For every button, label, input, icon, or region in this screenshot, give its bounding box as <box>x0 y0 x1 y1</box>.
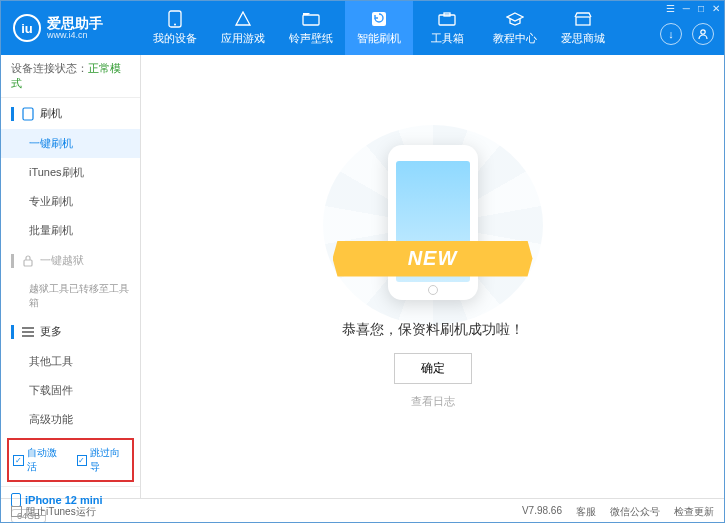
home-button-icon <box>428 285 438 295</box>
body: 设备连接状态：正常模式 刷机 一键刷机 iTunes刷机 专业刷机 批量刷机 一… <box>1 55 724 498</box>
version-label: V7.98.66 <box>522 505 562 519</box>
checkbox-skip-wizard[interactable]: ✓ 跳过向导 <box>77 446 129 474</box>
svg-rect-8 <box>23 108 33 120</box>
header: iu 爱思助手 www.i4.cn 我的设备 应用游戏 铃声壁纸 智能刷机 工具… <box>1 1 724 55</box>
indicator-icon <box>11 107 14 121</box>
checkbox-icon: ✓ <box>13 455 24 466</box>
sidebar-header-more[interactable]: 更多 <box>1 316 140 347</box>
confirm-button[interactable]: 确定 <box>394 353 472 384</box>
sidebar-group-jailbreak: 一键越狱 越狱工具已转移至工具箱 <box>1 245 140 316</box>
phone-icon <box>11 493 21 507</box>
nav-my-device[interactable]: 我的设备 <box>141 1 209 55</box>
indicator-icon <box>11 325 14 339</box>
folder-icon <box>302 10 320 28</box>
window-controls: ☰ ─ □ ✕ <box>666 3 720 14</box>
close-button[interactable]: ✕ <box>712 3 720 14</box>
minimize-button[interactable]: ─ <box>683 3 690 14</box>
refresh-icon <box>370 10 388 28</box>
nav-tutorials[interactable]: 教程中心 <box>481 1 549 55</box>
sidebar-group-flash: 刷机 一键刷机 iTunes刷机 专业刷机 批量刷机 <box>1 98 140 245</box>
view-log-link[interactable]: 查看日志 <box>411 394 455 409</box>
phone-icon <box>22 107 34 121</box>
logo-area: iu 爱思助手 www.i4.cn <box>1 14 141 42</box>
check-update-link[interactable]: 检查更新 <box>674 505 714 519</box>
sidebar-item-oneclick[interactable]: 一键刷机 <box>1 129 140 158</box>
briefcase-icon <box>438 10 456 28</box>
checkbox-icon: ✓ <box>77 455 88 466</box>
footer-right: V7.98.66 客服 微信公众号 检查更新 <box>522 505 714 519</box>
header-right: ↓ <box>660 23 714 45</box>
sidebar-header-jailbreak: 一键越狱 <box>1 245 140 276</box>
block-itunes-label[interactable]: 阻止iTunes运行 <box>26 505 96 519</box>
checkbox-icon[interactable] <box>11 506 22 517</box>
nav-store[interactable]: 爱思商城 <box>549 1 617 55</box>
status-label: 设备连接状态： <box>11 62 88 74</box>
sidebar-group-title: 更多 <box>40 324 62 339</box>
sidebar: 设备连接状态：正常模式 刷机 一键刷机 iTunes刷机 专业刷机 批量刷机 一… <box>1 55 141 498</box>
nav-label: 铃声壁纸 <box>289 31 333 46</box>
sidebar-item-itunes[interactable]: iTunes刷机 <box>1 158 140 187</box>
checkbox-label: 跳过向导 <box>90 446 128 474</box>
sidebar-item-batch[interactable]: 批量刷机 <box>1 216 140 245</box>
main-content: NEW 恭喜您，保资料刷机成功啦！ 确定 查看日志 <box>141 55 724 498</box>
svg-point-1 <box>174 24 176 26</box>
top-nav: 我的设备 应用游戏 铃声壁纸 智能刷机 工具箱 教程中心 爱思商城 <box>141 1 617 55</box>
nav-label: 教程中心 <box>493 31 537 46</box>
new-ribbon: NEW <box>333 241 533 277</box>
store-icon <box>574 10 592 28</box>
sidebar-group-more: 更多 其他工具 下载固件 高级功能 <box>1 316 140 434</box>
phone-icon <box>166 10 184 28</box>
sidebar-group-title: 一键越狱 <box>40 253 84 268</box>
sidebar-item-pro[interactable]: 专业刷机 <box>1 187 140 216</box>
graduation-icon <box>506 10 524 28</box>
nav-label: 智能刷机 <box>357 31 401 46</box>
svg-rect-6 <box>576 17 590 25</box>
nav-ringtones[interactable]: 铃声壁纸 <box>277 1 345 55</box>
sidebar-header-flash[interactable]: 刷机 <box>1 98 140 129</box>
user-button[interactable] <box>692 23 714 45</box>
app-url: www.i4.cn <box>47 30 103 40</box>
svg-rect-10 <box>12 494 21 507</box>
nav-label: 应用游戏 <box>221 31 265 46</box>
nav-label: 爱思商城 <box>561 31 605 46</box>
checkbox-row: ✓ 自动激活 ✓ 跳过向导 <box>7 438 134 482</box>
apps-icon <box>234 10 252 28</box>
menu-icon[interactable]: ☰ <box>666 3 675 14</box>
svg-rect-9 <box>24 260 32 266</box>
sidebar-item-other[interactable]: 其他工具 <box>1 347 140 376</box>
wechat-link[interactable]: 微信公众号 <box>610 505 660 519</box>
maximize-button[interactable]: □ <box>698 3 704 14</box>
sidebar-item-advanced[interactable]: 高级功能 <box>1 405 140 434</box>
connection-status: 设备连接状态：正常模式 <box>1 55 140 98</box>
logo-icon: iu <box>13 14 41 42</box>
nav-label: 工具箱 <box>431 31 464 46</box>
app-name: 爱思助手 <box>47 16 103 30</box>
nav-label: 我的设备 <box>153 31 197 46</box>
sidebar-item-firmware[interactable]: 下载固件 <box>1 376 140 405</box>
checkbox-label: 自动激活 <box>27 446 65 474</box>
nav-toolbox[interactable]: 工具箱 <box>413 1 481 55</box>
lock-icon <box>22 255 34 267</box>
svg-rect-2 <box>303 15 319 25</box>
nav-apps[interactable]: 应用游戏 <box>209 1 277 55</box>
checkbox-auto-activate[interactable]: ✓ 自动激活 <box>13 446 65 474</box>
customer-service-link[interactable]: 客服 <box>576 505 596 519</box>
success-illustration: NEW <box>343 145 523 305</box>
sidebar-group-title: 刷机 <box>40 106 62 121</box>
download-button[interactable]: ↓ <box>660 23 682 45</box>
list-icon <box>22 327 34 337</box>
nav-flash[interactable]: 智能刷机 <box>345 1 413 55</box>
indicator-icon <box>11 254 14 268</box>
svg-point-7 <box>701 30 705 34</box>
success-message: 恭喜您，保资料刷机成功啦！ <box>342 321 524 339</box>
sidebar-note: 越狱工具已转移至工具箱 <box>1 276 140 316</box>
